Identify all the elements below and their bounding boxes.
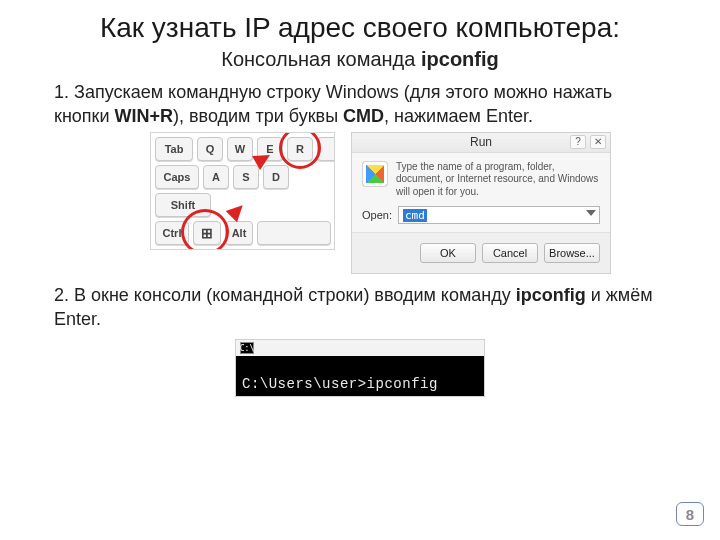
page-number-badge: 8	[676, 502, 704, 526]
step-1-cmd: CMD	[343, 106, 384, 126]
console-body: C:\Users\user>ipconfig	[236, 356, 484, 396]
step-1-t3: , нажимаем Enter.	[384, 106, 533, 126]
windows-flag-icon	[362, 161, 388, 187]
illustrations-row: Tab Q W E R Caps A S D Shift Ctrl ⊞ Alt …	[150, 132, 720, 275]
run-help-button[interactable]: ?	[570, 135, 586, 149]
console-titlebar: C:\	[236, 340, 484, 356]
step-1-t2: ), вводим три буквы	[173, 106, 343, 126]
step-2-text: 2. В окне консоли (командной строки) вво…	[54, 284, 666, 331]
chevron-down-icon[interactable]	[586, 210, 596, 216]
step-2-t1: В окне консоли (командной строки) вводим…	[74, 285, 516, 305]
key-d: D	[263, 165, 289, 189]
subtitle-pre: Консольная команда	[221, 48, 421, 70]
subtitle: Консольная команда ipconfig	[0, 48, 720, 71]
key-blank-1	[317, 137, 335, 161]
key-alt: Alt	[225, 221, 253, 245]
step-2-cmd: ipconfig	[516, 285, 586, 305]
step-1-num: 1.	[54, 82, 74, 102]
step-1-text: 1. Запускаем командную строку Windows (д…	[54, 81, 666, 128]
run-close-button[interactable]: ✕	[590, 135, 606, 149]
run-dialog: Run ? ✕ Type the name of a program, fold…	[351, 132, 611, 275]
cancel-button[interactable]: Cancel	[482, 243, 538, 263]
key-caps: Caps	[155, 165, 199, 189]
subtitle-cmd: ipconfig	[421, 48, 499, 70]
key-a: A	[203, 165, 229, 189]
arrow-to-win-key	[226, 200, 249, 223]
key-shift: Shift	[155, 193, 211, 217]
console-screenshot: C:\ C:\Users\user>ipconfig	[235, 339, 485, 397]
page-title: Как узнать IP адрес своего компьютера:	[60, 12, 660, 44]
run-open-label: Open:	[362, 209, 392, 221]
run-open-input[interactable]: cmd	[398, 206, 600, 224]
key-ctrl: Ctrl	[155, 221, 189, 245]
key-tab: Tab	[155, 137, 193, 161]
key-win: ⊞	[193, 221, 221, 245]
browse-button[interactable]: Browse...	[544, 243, 600, 263]
key-r: R	[287, 137, 313, 161]
cmd-icon: C:\	[240, 342, 254, 354]
key-s: S	[233, 165, 259, 189]
run-titlebar: Run ? ✕	[352, 133, 610, 153]
run-button-row: OK Cancel Browse...	[352, 232, 610, 273]
ok-button[interactable]: OK	[420, 243, 476, 263]
run-open-row: Open: cmd	[352, 202, 610, 226]
key-w: W	[227, 137, 253, 161]
run-description: Type the name of a program, folder, docu…	[396, 161, 600, 199]
key-q: Q	[197, 137, 223, 161]
step-2-num: 2.	[54, 285, 74, 305]
console-prompt: C:\Users\user>ipconfig	[242, 376, 438, 392]
key-space	[257, 221, 331, 245]
keyboard-photo: Tab Q W E R Caps A S D Shift Ctrl ⊞ Alt	[150, 132, 335, 250]
step-1-winr: WIN+R	[115, 106, 174, 126]
run-open-value: cmd	[403, 209, 427, 222]
run-title: Run	[470, 135, 492, 149]
run-body: Type the name of a program, folder, docu…	[352, 153, 610, 203]
